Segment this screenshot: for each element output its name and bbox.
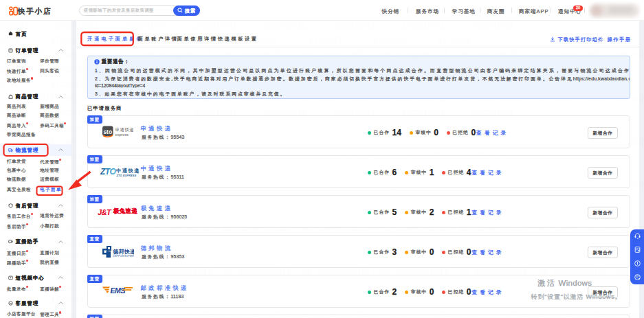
- svg-text:express: express: [115, 132, 129, 136]
- svg-text:ZTO EXPRESS: ZTO EXPRESS: [116, 174, 137, 177]
- svg-text:J&T: J&T: [98, 207, 112, 216]
- svg-text:申通快递: 申通快递: [115, 127, 133, 132]
- svg-text:ZTO: ZTO: [100, 167, 116, 177]
- svg-text:sto: sto: [103, 128, 112, 135]
- svg-text:德邦快递: 德邦快递: [112, 249, 134, 255]
- svg-text:EMS: EMS: [110, 286, 125, 294]
- svg-text:中通快递: 中通快递: [116, 168, 140, 174]
- svg-text:DEPPON EXPRESS: DEPPON EXPRESS: [113, 255, 134, 258]
